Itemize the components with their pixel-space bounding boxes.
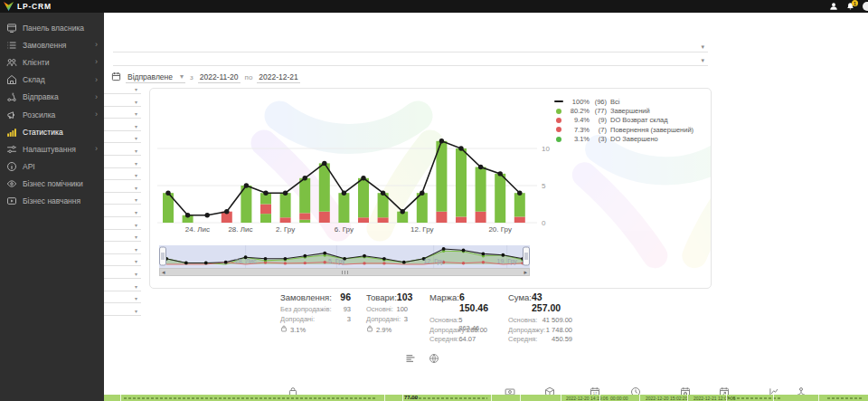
stat-subrow: Допродані:3 [366, 315, 408, 325]
training-icon [6, 196, 17, 206]
notifications-button[interactable]: 1 [846, 2, 854, 11]
main-content: ▾ ▾ Відправлене▾ з 2022-11-20 по 2022-12… [104, 13, 868, 401]
date-from-label: з [190, 73, 193, 81]
notification-badge: 1 [852, 0, 858, 6]
helpers-icon [6, 178, 17, 189]
row-cell: 00:00:00 [610, 396, 627, 401]
svg-text:28. Лис: 28. Лис [235, 258, 257, 264]
lp-crm-logo-icon [4, 2, 14, 11]
calendar-icon [111, 72, 121, 83]
left-filter-select-16[interactable]: ▾ [104, 267, 141, 279]
left-filter-select-9[interactable]: ▾ [104, 181, 141, 193]
left-filter-select-8[interactable]: ▾ [104, 168, 141, 180]
left-filter-select-7[interactable]: ▾ [104, 157, 141, 168]
left-filter-select-5[interactable]: ▾ [104, 131, 141, 143]
stat-subrow: Основні:100 [366, 305, 408, 315]
svg-text:6. Гру: 6. Гру [335, 225, 354, 234]
date-from-input[interactable]: 2022-11-20 [198, 72, 241, 83]
sidebar-item-label: Панель власника [23, 24, 84, 33]
api-icon [6, 161, 17, 172]
stat-subrow: Основна:41 509.00 [508, 316, 572, 326]
legend-item[interactable]: 100%(96)Всі [553, 97, 693, 106]
left-filter-select-19[interactable]: ▾ [104, 304, 141, 316]
sidebar: Панель власникаЗамовлення›Клієнти›Склад›… [0, 13, 104, 401]
sidebar-item-mailing[interactable]: Розсилка› [0, 106, 104, 123]
sidebar-item-label: Замовлення [23, 41, 66, 50]
sidebar-item-shipping[interactable]: Відправка› [0, 89, 104, 106]
left-filter-select-1[interactable]: ▾ [104, 82, 141, 94]
svg-text:5. Гру: 5. Гру [328, 258, 345, 265]
left-filter-select-15[interactable]: ▾ [104, 254, 141, 266]
sidebar-item-label: Склад [23, 75, 45, 84]
sidebar-item-clients[interactable]: Клієнти› [0, 53, 104, 71]
left-filter-select-17[interactable]: ▾ [104, 280, 141, 291]
shipping-icon [6, 91, 17, 102]
legend-item[interactable]: 7.3%(7)Повернення (завершений) [553, 125, 693, 134]
row-cell: 2022-12-20 15:02:20 [646, 396, 687, 401]
orders-icon [6, 40, 17, 51]
chevron-right-icon: › [95, 110, 98, 119]
svg-text:12. Гру: 12. Гру [423, 258, 444, 265]
left-filter-select-4[interactable]: ▾ [104, 119, 141, 131]
upsell-icon [280, 325, 288, 334]
left-filter-select-3[interactable]: ▾ [104, 107, 141, 119]
sidebar-item-helpers[interactable]: Бізнес помічники [0, 176, 104, 193]
avatar[interactable] [863, 2, 868, 11]
sidebar-item-label: Налаштування [23, 145, 76, 154]
svg-text:24. Лис: 24. Лис [185, 225, 210, 234]
date-to-label: по [245, 73, 253, 81]
row-cell: 2022-12-20 14:19:06 [566, 396, 608, 401]
date-to-input[interactable]: 2022-12-21 [257, 72, 299, 83]
left-filter-select-6[interactable]: ▾ [104, 144, 141, 156]
upsell-percent: 2.9% [366, 325, 408, 334]
left-filter-select-10[interactable]: ▾ [104, 193, 141, 205]
sidebar-item-api[interactable]: API [0, 158, 104, 176]
sidebar-item-orders[interactable]: Замовлення› [0, 36, 104, 53]
sidebar-item-statistics[interactable]: Статистика [0, 123, 104, 140]
left-filter-select-11[interactable]: ▾ [104, 205, 141, 217]
sidebar-item-label: Статистика [23, 128, 63, 137]
chart-minimap[interactable]: 28. Лис5. Гру12. Гру19. Гру [159, 245, 530, 268]
sidebar-item-dashboard[interactable]: Панель власника [0, 19, 104, 36]
legend-item[interactable]: 3.1%(3)DO Завершено [553, 135, 693, 144]
sidebar-item-label: Клієнти [23, 58, 49, 67]
svg-text:5: 5 [542, 182, 546, 190]
left-filter-select-13[interactable]: ▾ [104, 230, 141, 242]
sidebar-item-label: Розсилка [23, 110, 55, 119]
brand-logo[interactable]: LP-CRM [0, 2, 52, 11]
stat-column: Замовлення:96Без допродажів:93Допродані:… [280, 291, 351, 334]
sidebar-item-warehouse[interactable]: Склад› [0, 72, 104, 89]
topbar: LP-CRM 1 [0, 0, 868, 13]
legend-item[interactable]: 80.2%(77)Завершений [553, 106, 693, 115]
row-cell: 2022-12-21 12:07:05 [693, 396, 735, 401]
legend-item[interactable]: 9.4%(9)DO Возврат склад [553, 116, 693, 125]
stat-subrow: Основна:5 862.46 [429, 316, 474, 326]
stat-title: Замовлення: [280, 292, 332, 302]
row-amount: 77.00 [404, 395, 418, 400]
sidebar-item-settings[interactable]: Налаштування› [0, 140, 104, 158]
table-row-highlighted[interactable]: 77.002022-12-20 14:19:0600:00:002022-12-… [104, 395, 868, 401]
stat-title: Сума: [508, 292, 532, 302]
left-filter-select-12[interactable]: ▾ [104, 218, 141, 230]
status-filter-select[interactable]: Відправлене▾ [126, 72, 185, 83]
left-filter-select-18[interactable]: ▾ [104, 291, 141, 303]
stat-value: 6 150.46 [459, 291, 488, 313]
clients-icon [6, 57, 17, 68]
profile-icon[interactable] [829, 0, 838, 14]
left-filter-select-14[interactable]: ▾ [104, 243, 141, 254]
sidebar-item-training[interactable]: Бізнес навчання [0, 193, 104, 210]
globe-icon[interactable] [429, 351, 439, 368]
stat-value: 96 [340, 291, 351, 302]
sidebar-item-label: Бізнес помічники [23, 179, 83, 188]
list-stats-icon[interactable] [405, 351, 416, 368]
statistics-chart-card: 100%(96)Всі80.2%(77)Завершений9.4%(9)DO … [149, 88, 712, 289]
stat-value: 43 257.00 [532, 291, 572, 313]
statistics-icon [6, 127, 17, 138]
stat-subrow: Середня:450.59 [508, 335, 572, 345]
upsell-percent: 3.1% [280, 325, 351, 334]
left-filter-select-2[interactable]: ▾ [104, 95, 141, 107]
filter-select-2[interactable]: ▾ [113, 53, 708, 66]
filter-select-1[interactable]: ▾ [113, 40, 708, 53]
svg-text:28. Лис: 28. Лис [228, 225, 252, 234]
stat-subrow: Середня:64.07 [429, 335, 474, 345]
